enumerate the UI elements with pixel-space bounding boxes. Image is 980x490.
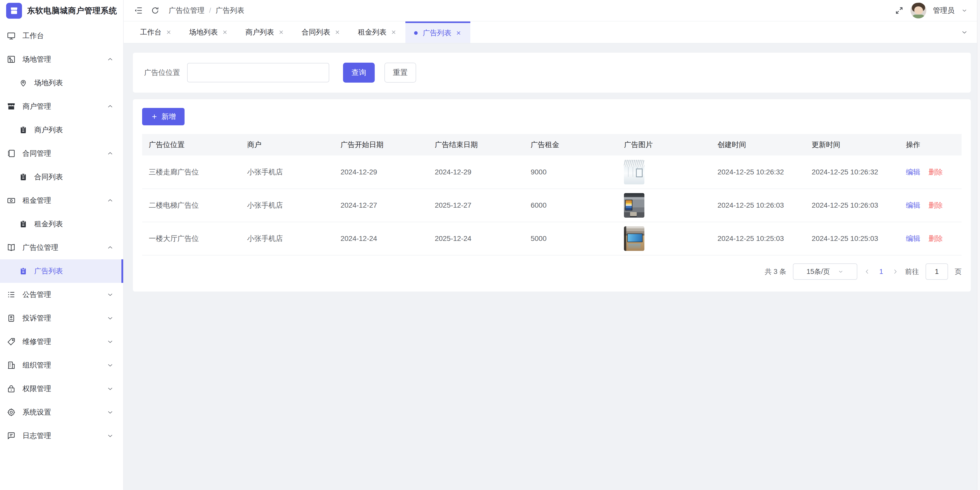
sidebar-group-venue[interactable]: 场地管理	[0, 48, 123, 71]
column-header: 商户	[240, 134, 334, 155]
sidebar-group-permission[interactable]: 权限管理	[0, 377, 123, 401]
cell-updated-at: 2024-12-25 10:26:32	[805, 155, 899, 189]
edit-link[interactable]: 编辑	[906, 235, 920, 243]
sidebar-item-label: 商户管理	[22, 102, 100, 111]
active-tab-dot	[414, 31, 418, 35]
sidebar-item-label: 日志管理	[22, 431, 100, 441]
tab-merchant-list[interactable]: 商户列表	[237, 21, 293, 43]
sidebar-item-ad-list[interactable]: 广告列表	[0, 259, 123, 283]
sidebar-group-rent[interactable]: 租金管理	[0, 189, 123, 212]
delete-link[interactable]: 删除	[928, 235, 943, 243]
next-page-button[interactable]	[892, 268, 899, 275]
column-header: 广告图片	[617, 134, 711, 155]
page-unit-label: 页	[955, 267, 962, 276]
clipboard-icon	[19, 172, 28, 181]
cell-end-date: 2025-12-27	[428, 189, 524, 222]
cell-created-at: 2024-12-25 10:26:32	[711, 155, 805, 189]
sidebar-group-adspace[interactable]: 广告位管理	[0, 236, 123, 259]
tab-label: 广告列表	[423, 28, 452, 38]
menu-fold-icon[interactable]	[134, 6, 143, 15]
ad-image-thumbnail[interactable]	[624, 226, 644, 251]
cell-end-date: 2024-12-29	[428, 155, 524, 189]
fullscreen-icon[interactable]	[895, 6, 904, 15]
tabs-dropdown-chevron[interactable]	[949, 21, 980, 43]
tab-workbench[interactable]: 工作台	[131, 21, 180, 43]
goto-label: 前往	[905, 267, 919, 276]
chevron-down-icon	[107, 385, 114, 393]
log-icon	[6, 431, 16, 441]
chevron-down-icon	[107, 432, 114, 440]
reset-button[interactable]: 重置	[385, 63, 416, 83]
list-icon	[6, 290, 16, 299]
edit-link[interactable]: 编辑	[906, 201, 920, 209]
tab-label: 工作台	[140, 27, 162, 37]
sidebar-item-workbench[interactable]: 工作台	[0, 24, 123, 48]
prev-page-button[interactable]	[864, 268, 870, 275]
logo-row: 东软电脑城商户管理系统	[0, 0, 123, 21]
sidebar-group-complaint[interactable]: 投诉管理	[0, 306, 123, 330]
sidebar-item-venue-list[interactable]: 场地列表	[0, 71, 123, 95]
sidebar-item-label: 场地管理	[22, 54, 100, 64]
tab-contract-list[interactable]: 合同列表	[293, 21, 349, 43]
chevron-up-icon	[107, 244, 114, 251]
ads-table: 广告位位置 商户 广告开始日期 广告结束日期 广告租金 广告图片 创建时间 更新…	[142, 134, 962, 255]
pagination: 共 3 条 15条/页 1 前往 页	[142, 255, 962, 288]
sidebar-menu: 工作台 场地管理 场地列表 商户管理 商户列表	[0, 21, 123, 447]
query-button[interactable]: 查询	[343, 63, 375, 83]
refresh-icon[interactable]	[151, 6, 159, 15]
sidebar-group-contract[interactable]: 合同管理	[0, 142, 123, 165]
tab-ad-list[interactable]: 广告列表	[406, 21, 470, 43]
close-icon[interactable]	[334, 29, 340, 35]
tab-venue-list[interactable]: 场地列表	[180, 21, 237, 43]
sidebar-group-maintenance[interactable]: 维修管理	[0, 330, 123, 353]
sidebar-item-label: 广告位管理	[22, 243, 100, 252]
chevron-up-icon	[107, 197, 114, 204]
sidebar-group-logs[interactable]: 日志管理	[0, 424, 123, 447]
topbar: 广告位管理 / 广告列表 管理员	[124, 0, 980, 21]
sidebar-item-label: 维修管理	[22, 337, 100, 346]
sidebar-item-merchant-list[interactable]: 商户列表	[0, 118, 123, 142]
ad-image-thumbnail[interactable]	[624, 160, 644, 184]
sidebar-group-merchant[interactable]: 商户管理	[0, 95, 123, 118]
breadcrumb: 广告位管理 / 广告列表	[169, 6, 244, 15]
table-header-row: 广告位位置 商户 广告开始日期 广告结束日期 广告租金 广告图片 创建时间 更新…	[142, 134, 962, 155]
cell-created-at: 2024-12-25 10:25:03	[711, 222, 805, 255]
sidebar-group-system-settings[interactable]: 系统设置	[0, 401, 123, 424]
sidebar-item-label: 公告管理	[22, 290, 100, 300]
close-icon[interactable]	[278, 29, 284, 35]
close-icon[interactable]	[391, 29, 397, 35]
sidebar-item-label: 租金管理	[22, 196, 100, 205]
sidebar-group-organization[interactable]: 组织管理	[0, 353, 123, 377]
close-icon[interactable]	[455, 30, 461, 36]
username[interactable]: 管理员	[933, 6, 955, 15]
close-icon[interactable]	[165, 29, 172, 35]
column-header: 广告结束日期	[428, 134, 524, 155]
sidebar-item-contract-list[interactable]: 合同列表	[0, 165, 123, 189]
edit-link[interactable]: 编辑	[906, 168, 920, 176]
delete-link[interactable]: 删除	[928, 201, 943, 209]
chevron-down-icon	[107, 409, 114, 416]
gear-icon	[6, 408, 16, 417]
cell-rent: 5000	[524, 222, 617, 255]
ad-image-thumbnail[interactable]	[624, 193, 644, 218]
sidebar-group-announcement[interactable]: 公告管理	[0, 283, 123, 306]
book-icon	[6, 243, 16, 252]
sidebar-item-rent-list[interactable]: 租金列表	[0, 212, 123, 236]
scrollbar-gutter[interactable]	[977, 0, 980, 490]
current-page[interactable]: 1	[879, 268, 883, 276]
close-icon[interactable]	[222, 29, 228, 35]
goto-page-input[interactable]	[926, 263, 948, 280]
user-avatar[interactable]	[910, 3, 926, 18]
tab-label: 合同列表	[302, 27, 330, 37]
sidebar-item-label: 租金列表	[34, 219, 114, 229]
breadcrumb-section[interactable]: 广告位管理	[169, 6, 205, 15]
ad-position-input[interactable]	[187, 63, 329, 82]
sidebar-item-label: 权限管理	[22, 384, 100, 394]
sidebar-item-label: 工作台	[22, 31, 114, 41]
chevron-down-icon[interactable]	[961, 7, 968, 14]
page-size-select[interactable]: 15条/页	[793, 263, 857, 280]
tab-rent-list[interactable]: 租金列表	[349, 21, 406, 43]
add-button[interactable]: 新增	[142, 108, 185, 125]
delete-link[interactable]: 删除	[928, 168, 943, 176]
main-area: 广告位管理 / 广告列表 管理员 工作台 场地列表 商户列表	[124, 0, 980, 490]
